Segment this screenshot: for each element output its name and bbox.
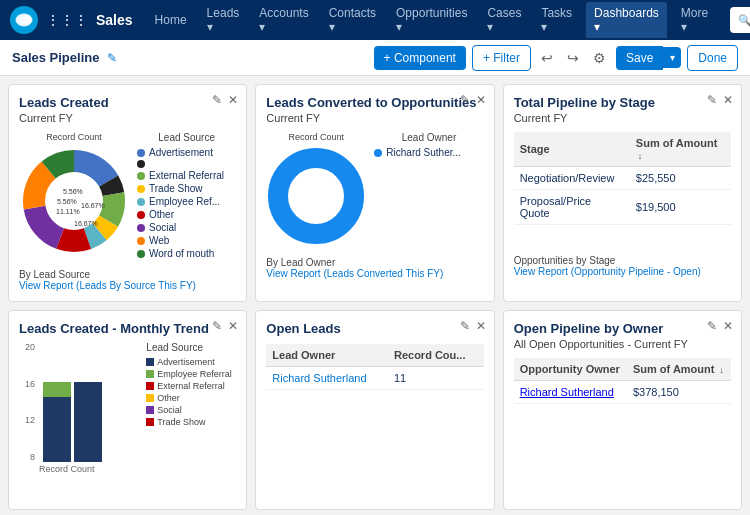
filter-button[interactable]: + Filter [472,45,531,71]
add-component-button[interactable]: + Component [374,46,466,70]
table-row: Negotiation/Review $25,550 [514,167,731,190]
edit-monthly-icon[interactable]: ✎ [212,319,222,333]
lead-owner-col[interactable]: Lead Owner [266,344,388,367]
record-count-label: Record Count [19,132,129,142]
total-pipeline-footer: Opportunities by Stage View Report (Oppo… [514,255,731,277]
pipeline-report-link[interactable]: View Report (Opportunity Pipeline - Open… [514,266,701,277]
opp-owner-col[interactable]: Opportunity Owner [514,358,627,381]
open-pipeline-title: Open Pipeline by Owner [514,321,731,336]
amount-col-header[interactable]: Sum of Amount ↓ [630,132,731,167]
legend-dot-tradeshow [137,185,145,193]
legend-dot-other [137,211,145,219]
nav-cases[interactable]: Cases ▾ [481,6,527,34]
legend-dot-social [137,224,145,232]
undo-button[interactable]: ↩ [537,46,557,70]
legend-color-emp [146,370,154,378]
leads-created-chart: Record Count [19,132,236,261]
legend-item-tradeshow: Trade Show [137,183,236,194]
y-label-20: 20 [19,342,35,352]
close-pipeline-icon[interactable]: ✕ [723,93,733,107]
legend-item-trade: Trade Show [146,417,236,427]
redo-button[interactable]: ↪ [563,46,583,70]
legend-dot-employee [137,198,145,206]
legend-item-other: Other [137,209,236,220]
card-actions-open-pipeline: ✎ ✕ [707,319,733,333]
top-navigation: ⋮⋮⋮ Sales Home Leads ▾ Accounts ▾ Contac… [0,0,750,40]
close-open-pipeline-icon[interactable]: ✕ [723,319,733,333]
legend-item-social: Social [146,405,236,415]
close-card-icon[interactable]: ✕ [228,93,238,107]
edit-card-icon[interactable]: ✎ [212,93,222,107]
leads-legend: Lead Source Advertisement External Refer… [137,132,236,261]
close-converted-icon[interactable]: ✕ [476,93,486,107]
edit-converted-icon[interactable]: ✎ [460,93,470,107]
nav-opportunities[interactable]: Opportunities ▾ [390,6,473,34]
record-count-col[interactable]: Record Cou... [388,344,484,367]
search-bar[interactable]: 🔍 [730,7,750,33]
save-button[interactable]: Save [616,46,663,70]
close-monthly-icon[interactable]: ✕ [228,319,238,333]
legend-item-dark [137,160,236,168]
edit-open-leads-icon[interactable]: ✎ [460,319,470,333]
dashboard-grid: ✎ ✕ Leads Created Current FY Record Coun… [0,76,750,515]
edit-title-icon[interactable]: ✎ [107,51,117,65]
svg-text:5.56%: 5.56% [63,188,83,195]
svg-text:11.11%: 11.11% [56,208,80,215]
salesforce-logo[interactable] [10,6,38,34]
edit-open-pipeline-icon[interactable]: ✎ [707,319,717,333]
leads-monthly-card: ✎ ✕ Leads Created - Monthly Trend 20 16 … [8,310,247,510]
settings-button[interactable]: ⚙ [589,46,610,70]
legend-color-ext [146,382,154,390]
leads-created-report-link[interactable]: View Report (Leads By Source This FY) [19,280,196,291]
legend-color-social [146,406,154,414]
top-nav-icons: 🔍 ☆ ⊕ 🔔 ? ⚙ 👤 [722,6,750,34]
leads-created-title: Leads Created [19,95,236,110]
opp-amount-col[interactable]: Sum of Amount ↓ [627,358,731,381]
sort-icon: ↓ [638,151,643,161]
card-actions-open-leads: ✎ ✕ [460,319,486,333]
nav-more[interactable]: More ▾ [675,6,714,34]
legend-dot-word [137,250,145,258]
page-header-actions: + Component + Filter ↩ ↪ ⚙ Save ▾ Done [374,45,738,71]
card-actions-leads: ✎ ✕ [212,93,238,107]
open-pipeline-table: Opportunity Owner Sum of Amount ↓ Richar… [514,358,731,404]
converted-record-label: Record Count [266,132,366,142]
monthly-chart-area: 20 16 12 8 Lead Source [19,342,236,462]
nav-tasks[interactable]: Tasks ▾ [535,6,578,34]
open-pipeline-subtitle: All Open Opportunities - Current FY [514,338,731,350]
nav-accounts[interactable]: Accounts ▾ [253,6,314,34]
card-actions-pipeline: ✎ ✕ [707,93,733,107]
leads-created-card: ✎ ✕ Leads Created Current FY Record Coun… [8,84,247,302]
page-title: Sales Pipeline [12,50,99,65]
owner-link[interactable]: Richard Sutherland [272,372,366,384]
legend-item-external: External Referral [137,170,236,181]
done-button[interactable]: Done [687,45,738,71]
bar-2 [74,342,102,462]
nav-home[interactable]: Home [149,13,193,27]
stage-col-header[interactable]: Stage [514,132,630,167]
bar-segment-blue [43,397,71,462]
stage-cell-2: Proposal/Price Quote [514,190,630,225]
app-launcher-icon[interactable]: ⋮⋮⋮ [46,12,88,28]
bar-segment-green [43,382,71,397]
nav-contacts[interactable]: Contacts ▾ [323,6,382,34]
bars [43,342,140,462]
pipeline-owner-cell: Richard Sutherland [514,381,627,404]
nav-leads[interactable]: Leads ▾ [201,6,246,34]
close-open-leads-icon[interactable]: ✕ [476,319,486,333]
nav-dashboards[interactable]: Dashboards ▾ [586,2,667,38]
y-label-8: 8 [19,452,35,462]
leads-converted-title: Leads Converted to Opportunities [266,95,483,110]
pipeline-owner-row: Richard Sutherland $378,150 [514,381,731,404]
legend-item-word: Word of mouth [137,248,236,259]
converted-legend-item: Richard Suther... [374,147,483,158]
converted-legend: Lead Owner Richard Suther... [374,132,483,160]
leads-created-subtitle: Current FY [19,112,236,124]
save-button-group: Save ▾ [616,46,681,70]
leads-converted-report-link[interactable]: View Report (Leads Converted This FY) [266,268,443,279]
y-axis-label: Record Count [39,464,236,474]
save-dropdown-button[interactable]: ▾ [663,47,681,68]
pipeline-owner-link[interactable]: Richard Sutherland [520,386,614,398]
edit-pipeline-icon[interactable]: ✎ [707,93,717,107]
converted-owner: Richard Suther... [386,147,460,158]
